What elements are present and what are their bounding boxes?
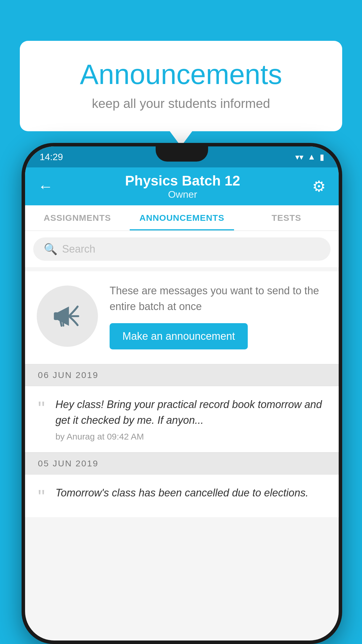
announcement-meta-1: by Anurag at 09:42 AM (55, 432, 326, 442)
speech-bubble-container: Announcements keep all your students inf… (20, 41, 342, 131)
battery-icon: ▮ (320, 152, 324, 162)
announcement-content-2: Tomorrow's class has been cancelled due … (55, 485, 326, 504)
tab-bar: ASSIGNMENTS ANNOUNCEMENTS TESTS (25, 205, 339, 231)
status-time: 14:29 (40, 152, 63, 162)
settings-icon[interactable]: ⚙ (312, 178, 326, 195)
bubble-subtitle: keep all your students informed (43, 96, 319, 111)
make-announcement-button[interactable]: Make an announcement (110, 323, 248, 349)
header-title-section: Physics Batch 12 Owner (125, 173, 240, 200)
svg-rect-1 (54, 312, 58, 320)
announcement-text-1: Hey class! Bring your practical record b… (55, 397, 326, 428)
promo-content: These are messages you want to send to t… (110, 283, 327, 349)
svg-line-3 (63, 320, 64, 326)
wifi-icon: ▾▾ (295, 152, 303, 162)
bubble-title: Announcements (43, 58, 319, 90)
tab-tests[interactable]: TESTS (234, 205, 339, 230)
announcement-content-1: Hey class! Bring your practical record b… (55, 397, 326, 442)
announcement-item-1: " Hey class! Bring your practical record… (25, 386, 339, 452)
promo-description: These are messages you want to send to t… (110, 283, 327, 314)
quote-icon-1: " (38, 398, 45, 418)
signal-icon: ▲ (307, 152, 316, 162)
notch (156, 146, 208, 162)
date-header-1: 06 JUN 2019 (25, 364, 339, 386)
search-icon: 🔍 (44, 243, 57, 256)
tab-assignments[interactable]: ASSIGNMENTS (25, 205, 130, 230)
megaphone-icon (51, 300, 83, 332)
quote-icon-2: " (38, 487, 45, 507)
tab-announcements[interactable]: ANNOUNCEMENTS (130, 205, 234, 230)
promo-section: These are messages you want to send to t… (25, 271, 339, 364)
phone-inner: 14:29 ▾▾ ▲ ▮ ← Physics Batch 12 Owner ⚙ … (25, 146, 339, 640)
promo-icon-circle (37, 286, 98, 347)
date-header-2: 05 JUN 2019 (25, 452, 339, 475)
app-header: ← Physics Batch 12 Owner ⚙ (25, 167, 339, 205)
announcement-item-2: " Tomorrow's class has been cancelled du… (25, 475, 339, 517)
batch-title: Physics Batch 12 (125, 173, 240, 189)
batch-role: Owner (125, 189, 240, 200)
search-placeholder: Search (62, 243, 95, 255)
phone-frame: 14:29 ▾▾ ▲ ▮ ← Physics Batch 12 Owner ⚙ … (22, 143, 342, 644)
status-bar: 14:29 ▾▾ ▲ ▮ (25, 146, 339, 167)
status-icons: ▾▾ ▲ ▮ (295, 152, 324, 162)
svg-line-2 (60, 320, 61, 326)
speech-bubble: Announcements keep all your students inf… (20, 41, 342, 131)
search-bar[interactable]: 🔍 Search (33, 237, 331, 261)
announcement-text-2: Tomorrow's class has been cancelled due … (55, 485, 326, 501)
back-button[interactable]: ← (38, 178, 53, 195)
search-container: 🔍 Search (25, 231, 339, 267)
